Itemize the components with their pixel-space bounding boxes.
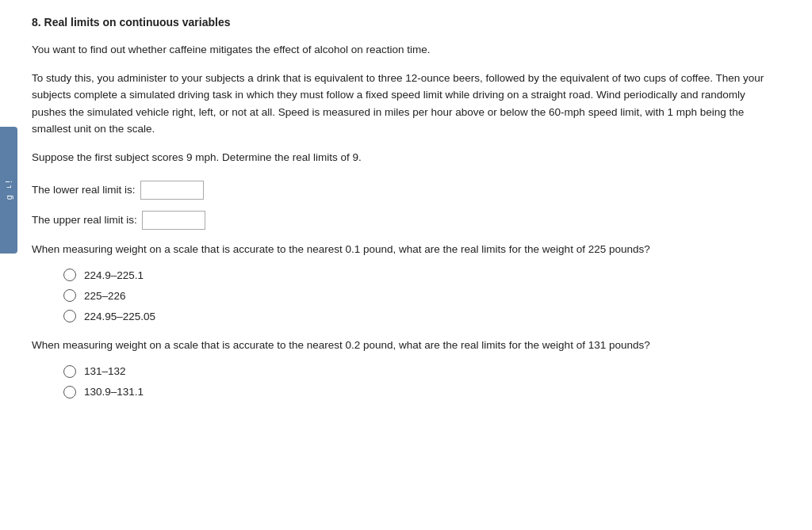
- radio-option-1b[interactable]: 225–226: [63, 289, 780, 302]
- sub-question-2-text: When measuring weight on a scale that is…: [32, 337, 780, 354]
- paragraph-study-description: To study this, you administer to your su…: [32, 70, 780, 138]
- left-tab-label: g ⌐!: [4, 181, 13, 200]
- radio-option-1a[interactable]: 224.9–225.1: [63, 269, 780, 281]
- radio-option-2b[interactable]: 130.9–131.1: [63, 386, 780, 398]
- radio-label-2b: 130.9–131.1: [84, 386, 144, 398]
- lower-limit-line: The lower real limit is:: [32, 181, 780, 200]
- radio-label-2a: 131–132: [84, 365, 126, 377]
- radio-circle-2a[interactable]: [63, 365, 76, 378]
- radio-option-2a[interactable]: 131–132: [63, 365, 780, 378]
- radio-label-1a: 224.9–225.1: [84, 269, 144, 281]
- sub-question-1-text: When measuring weight on a scale that is…: [32, 241, 780, 258]
- upper-limit-line: The upper real limit is:: [32, 211, 780, 230]
- radio-circle-1c[interactable]: [63, 310, 76, 322]
- radio-circle-1b[interactable]: [63, 289, 76, 302]
- radio-label-1b: 225–226: [84, 290, 126, 302]
- upper-limit-input[interactable]: [142, 211, 205, 230]
- radio-option-1c[interactable]: 224.95–225.05: [63, 310, 780, 322]
- radio-circle-1a[interactable]: [63, 269, 76, 281]
- paragraph-caffeine: You want to find out whether caffeine mi…: [32, 41, 780, 59]
- lower-limit-input[interactable]: [140, 181, 204, 200]
- left-sidebar-tab[interactable]: g ⌐!: [0, 127, 17, 254]
- question-intro: Suppose the first subject scores 9 mph. …: [32, 149, 780, 166]
- radio-circle-2b[interactable]: [63, 386, 76, 398]
- radio-label-1c: 224.95–225.05: [84, 311, 155, 322]
- upper-limit-label: The upper real limit is:: [32, 214, 137, 226]
- lower-limit-label: The lower real limit is:: [32, 184, 136, 196]
- section-title: 8. Real limits on continuous variables: [32, 16, 780, 29]
- page-container: g ⌐! 8. Real limits on continuous variab…: [0, 0, 812, 530]
